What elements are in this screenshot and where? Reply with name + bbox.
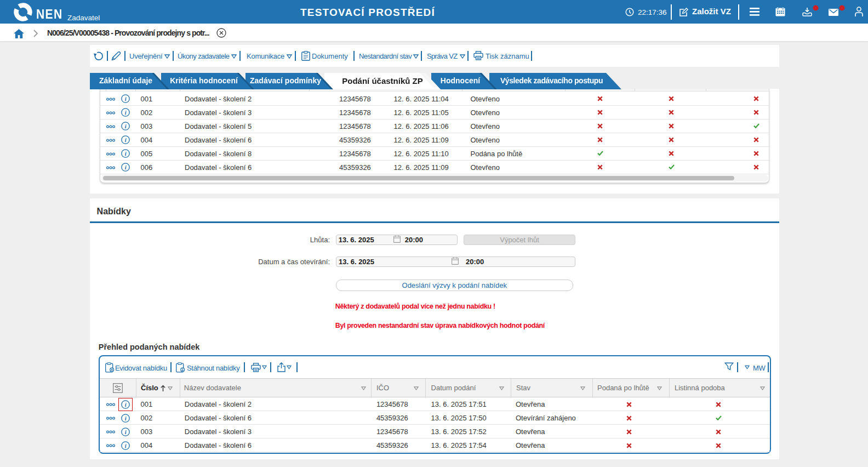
svg-text:i: i <box>124 429 126 435</box>
svg-text:i: i <box>124 442 126 448</box>
svg-text:i: i <box>124 401 126 407</box>
svg-text:i: i <box>124 415 126 421</box>
svg-text:i: i <box>125 151 127 157</box>
svg-text:i: i <box>125 123 127 129</box>
svg-text:i: i <box>125 110 127 116</box>
svg-text:i: i <box>125 164 127 170</box>
svg-text:i: i <box>125 137 127 143</box>
svg-text:i: i <box>125 96 127 102</box>
